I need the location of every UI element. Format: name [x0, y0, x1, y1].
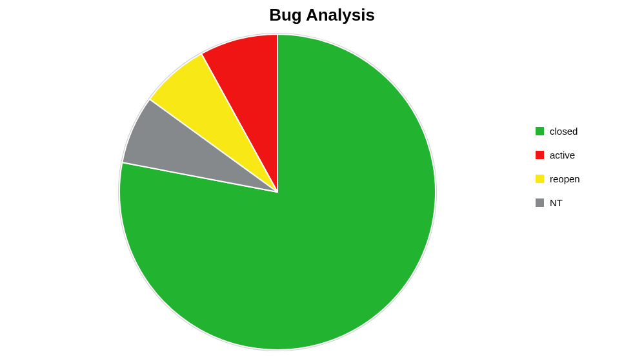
legend-label: reopen [550, 173, 580, 184]
legend-swatch-nt [536, 198, 544, 207]
legend-label: active [550, 150, 575, 160]
legend-swatch-closed [536, 127, 544, 135]
legend-item-nt: NT [536, 197, 580, 208]
pie-svg [116, 31, 439, 353]
pie-chart [116, 31, 439, 353]
legend-swatch-reopen [536, 175, 544, 183]
legend-item-closed: closed [536, 126, 580, 137]
chart-title: Bug Analysis [0, 5, 644, 25]
legend-item-reopen: reopen [536, 173, 580, 184]
legend-label: closed [550, 126, 578, 137]
legend-item-active: active [536, 150, 580, 160]
legend-label: NT [550, 197, 563, 208]
legend-swatch-active [536, 151, 544, 159]
legend: closed active reopen NT [536, 126, 580, 221]
